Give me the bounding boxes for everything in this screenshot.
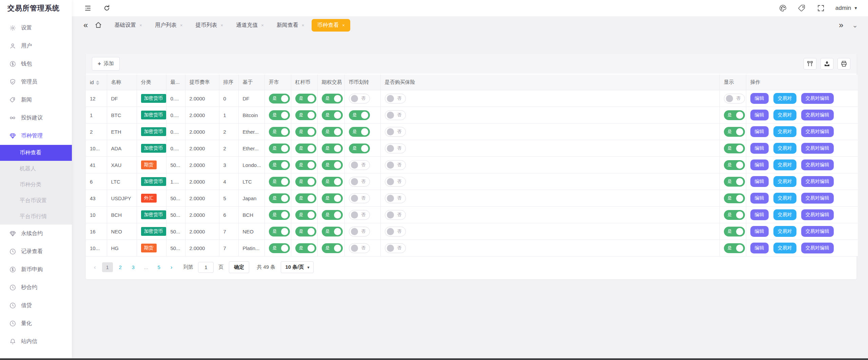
tab-币种查看[interactable]: 币种查看×: [312, 19, 350, 32]
toggle-switch[interactable]: 是: [724, 227, 745, 236]
toggle-switch[interactable]: 否: [385, 227, 406, 236]
action-button-编辑[interactable]: 编辑: [750, 243, 769, 253]
tab-close-icon[interactable]: ×: [261, 23, 264, 28]
toggle-switch[interactable]: 否: [385, 210, 406, 220]
toggle-switch[interactable]: 是: [322, 127, 343, 137]
action-button-交易对[interactable]: 交易对: [773, 126, 796, 137]
toggle-switch[interactable]: 是: [269, 243, 290, 253]
toggle-switch[interactable]: 是: [724, 160, 745, 170]
toggle-switch[interactable]: 是: [724, 127, 745, 137]
page-number[interactable]: 5: [154, 262, 164, 272]
confirm-button[interactable]: 确定: [229, 261, 249, 273]
sidebar-item[interactable]: 用户: [0, 37, 72, 55]
toggle-switch[interactable]: 是: [349, 110, 370, 120]
sidebar-item[interactable]: 秒合约: [0, 279, 72, 297]
print-icon[interactable]: [837, 58, 850, 70]
sort-icon[interactable]: [96, 80, 99, 85]
action-button-编辑[interactable]: 编辑: [750, 226, 769, 237]
action-button-编辑[interactable]: 编辑: [750, 193, 769, 204]
toggle-switch[interactable]: 是: [295, 144, 316, 153]
export-icon[interactable]: [821, 58, 833, 70]
theme-palette-icon[interactable]: [778, 4, 787, 13]
toggle-switch[interactable]: 否: [385, 94, 406, 103]
home-icon[interactable]: [94, 21, 103, 30]
toggle-switch[interactable]: 是: [322, 144, 343, 153]
action-button-交易对[interactable]: 交易对: [773, 159, 796, 170]
sidebar-subitem[interactable]: 平台币设置: [0, 193, 72, 209]
toggle-switch[interactable]: 是: [295, 94, 316, 103]
tab-通道充值[interactable]: 通道充值×: [231, 19, 269, 32]
toggle-switch[interactable]: 是: [724, 110, 745, 120]
toggle-switch[interactable]: 是: [269, 144, 290, 153]
toggle-switch[interactable]: 否: [385, 144, 406, 153]
toggle-switch[interactable]: 否: [349, 193, 370, 203]
toggle-switch[interactable]: 否: [349, 177, 370, 187]
tab-close-icon[interactable]: ×: [221, 23, 223, 28]
user-menu[interactable]: admin ▼: [835, 5, 858, 12]
page-number[interactable]: 3: [128, 262, 139, 272]
tab-新闻查看[interactable]: 新闻查看×: [271, 19, 310, 32]
sidebar-item[interactable]: 站内信: [0, 333, 72, 350]
action-button-交易对[interactable]: 交易对: [773, 243, 796, 253]
toggle-switch[interactable]: 是: [322, 94, 343, 103]
action-button-交易对编辑[interactable]: 交易对编辑: [801, 159, 834, 170]
action-button-交易对编辑[interactable]: 交易对编辑: [801, 193, 834, 204]
action-button-交易对编辑[interactable]: 交易对编辑: [801, 110, 834, 120]
toggle-switch[interactable]: 是: [724, 243, 745, 253]
toggle-switch[interactable]: 是: [295, 210, 316, 220]
action-button-编辑[interactable]: 编辑: [750, 209, 769, 220]
page-number[interactable]: 2: [115, 262, 126, 272]
tab-close-icon[interactable]: ×: [342, 23, 345, 28]
toggle-switch[interactable]: 否: [349, 210, 370, 220]
toggle-switch[interactable]: 是: [269, 193, 290, 203]
toggle-switch[interactable]: 是: [349, 144, 370, 153]
toggle-switch[interactable]: 是: [295, 193, 316, 203]
action-button-编辑[interactable]: 编辑: [750, 126, 769, 137]
action-button-交易对[interactable]: 交易对: [773, 226, 796, 237]
sidebar-item[interactable]: 投拆建议: [0, 109, 72, 127]
toggle-switch[interactable]: 是: [295, 110, 316, 120]
toggle-switch[interactable]: 否: [349, 243, 370, 253]
action-button-交易对编辑[interactable]: 交易对编辑: [801, 93, 834, 104]
sidebar-item[interactable]: 管理员: [0, 73, 72, 91]
toggle-switch[interactable]: 是: [269, 110, 290, 120]
action-button-交易对编辑[interactable]: 交易对编辑: [801, 226, 834, 237]
toggle-switch[interactable]: 是: [322, 110, 343, 120]
add-button[interactable]: + 添加: [92, 57, 120, 71]
toggle-switch[interactable]: 是: [295, 243, 316, 253]
page-size-select[interactable]: 10 条/页 ▾: [281, 261, 314, 273]
toggle-switch[interactable]: 是: [349, 127, 370, 137]
action-button-交易对[interactable]: 交易对: [773, 176, 796, 187]
column-settings-icon[interactable]: [804, 58, 816, 70]
action-button-交易对[interactable]: 交易对: [773, 193, 796, 204]
action-button-交易对[interactable]: 交易对: [773, 209, 796, 220]
tab-基础设置[interactable]: 基础设置×: [109, 19, 147, 32]
toggle-switch[interactable]: 是: [322, 193, 343, 203]
sidebar-item[interactable]: 永续合约: [0, 225, 72, 243]
toggle-switch[interactable]: 是: [269, 160, 290, 170]
toggle-switch[interactable]: 否: [349, 227, 370, 236]
action-button-编辑[interactable]: 编辑: [750, 176, 769, 187]
goto-page-input[interactable]: [198, 262, 214, 273]
tabs-menu-chevron-icon[interactable]: ⌄: [852, 22, 858, 29]
action-button-交易对编辑[interactable]: 交易对编辑: [801, 243, 834, 253]
sidebar-item[interactable]: 新闻: [0, 91, 72, 109]
toggle-switch[interactable]: 否: [385, 177, 406, 187]
tab-close-icon[interactable]: ×: [302, 23, 304, 28]
tabs-scroll-left-icon[interactable]: «: [83, 21, 88, 29]
action-button-交易对编辑[interactable]: 交易对编辑: [801, 176, 834, 187]
tab-用户列表[interactable]: 用户列表×: [150, 19, 188, 32]
toggle-switch[interactable]: 是: [724, 177, 745, 187]
refresh-icon[interactable]: [102, 4, 111, 13]
toggle-switch[interactable]: 是: [322, 160, 343, 170]
toggle-switch[interactable]: 是: [295, 227, 316, 236]
sidebar-subitem[interactable]: 平台币行情: [0, 209, 72, 225]
tab-提币列表[interactable]: 提币列表×: [190, 19, 229, 32]
sidebar-item[interactable]: 设置: [0, 19, 72, 37]
action-button-交易对[interactable]: 交易对: [773, 93, 796, 104]
action-button-交易对[interactable]: 交易对: [773, 143, 796, 154]
action-button-交易对[interactable]: 交易对: [773, 110, 796, 120]
toggle-switch[interactable]: 是: [724, 144, 745, 153]
toggle-switch[interactable]: 否: [385, 127, 406, 137]
sidebar-item[interactable]: 量化: [0, 315, 72, 333]
